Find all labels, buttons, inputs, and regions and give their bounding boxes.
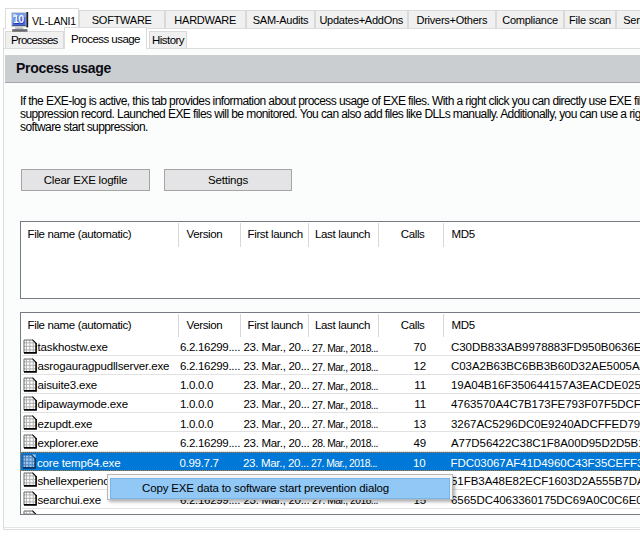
svg-text:10: 10 — [13, 14, 24, 25]
